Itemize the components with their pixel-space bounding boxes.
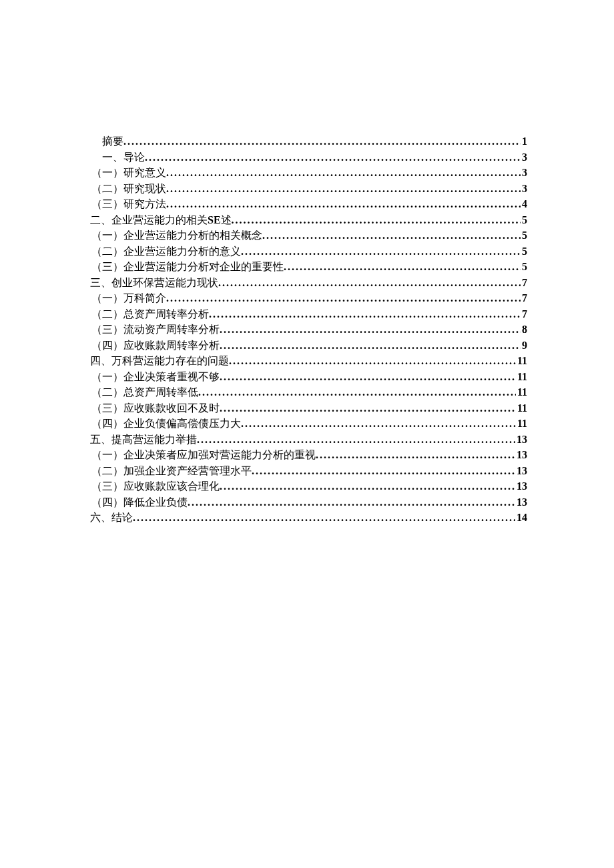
- toc-entry-page: 7: [521, 290, 527, 306]
- toc-entry-page: 13: [515, 447, 527, 463]
- toc-entry-title: （三）企业营运能力分析对企业的重要性: [90, 259, 284, 275]
- toc-entry-page: 11: [516, 353, 527, 369]
- toc-entry: 一、导论3: [90, 149, 527, 165]
- toc-entry-page: 14: [515, 510, 527, 526]
- toc-entry: （二）总资产周转率分析7: [90, 306, 527, 322]
- toc-leader-dots: [220, 322, 521, 338]
- toc-entry: （三）企业营运能力分析对企业的重要性5: [90, 259, 527, 275]
- toc-entry: （三）应收账款应该合理化13: [90, 478, 527, 494]
- toc-entry-title: （一）研究意义: [90, 165, 166, 181]
- toc-leader-dots: [197, 432, 515, 448]
- toc-entry: （三）应收账款收回不及时11: [90, 400, 527, 416]
- toc-leader-dots: [218, 275, 521, 291]
- toc-entry-page: 13: [515, 463, 527, 479]
- toc-entry-title: （二）总资产周转率低: [90, 384, 198, 400]
- toc-entry-page: 11: [516, 400, 527, 416]
- toc-entry-title: （一）企业决策者重视不够: [90, 369, 220, 385]
- toc-entry: （一）研究意义3: [90, 165, 527, 181]
- toc-leader-dots: [145, 149, 521, 165]
- toc-entry-title-suffix: 述: [221, 212, 232, 228]
- toc-entry-title: （一）万科简介: [90, 290, 166, 306]
- toc-entry-title: （三）应收账款收回不及时: [90, 400, 220, 416]
- toc-leader-dots: [220, 369, 516, 385]
- toc-entry: 六、结论14: [90, 510, 527, 526]
- toc-leader-dots: [166, 290, 521, 306]
- toc-leader-dots: [123, 133, 521, 149]
- toc-entry-page: 7: [521, 275, 527, 291]
- toc-entry-title: （三）流动资产周转率分析: [90, 322, 220, 338]
- toc-leader-dots: [316, 447, 515, 463]
- toc-entry-title: 三、创业环保营运能力现状: [90, 275, 218, 291]
- toc-entry-page: 3: [521, 181, 527, 197]
- toc-entry: （四）应收账款周转率分析9: [90, 338, 527, 354]
- toc-entry-title: （一）企业营运能力分析的相关概念: [90, 228, 262, 244]
- toc-entry-page: 8: [521, 322, 527, 338]
- toc-entry: （二）加强企业资产经营管理水平13: [90, 463, 527, 479]
- toc-entry-page: 11: [516, 384, 527, 400]
- toc-entry-title: （四）企业负债偏高偿债压力大: [90, 416, 241, 432]
- toc-entry-page: 7: [521, 306, 527, 322]
- toc-entry-title: 四、万科营运能力存在的问题: [90, 353, 229, 369]
- toc-leader-dots: [241, 416, 516, 432]
- toc-entry: （三）流动资产周转率分析8: [90, 322, 527, 338]
- toc-entry-page: 11: [516, 369, 527, 385]
- toc-entry-title: 五、提高营运能力举措: [90, 432, 197, 448]
- toc-entry: （二）研究现状3: [90, 181, 527, 197]
- toc-entry-title: （二）研究现状: [90, 181, 166, 197]
- toc-leader-dots: [262, 228, 521, 244]
- toc-entry-page: 1: [521, 133, 527, 149]
- toc-entry: 四、万科营运能力存在的问题11: [90, 353, 527, 369]
- toc-entry-title: （四）应收账款周转率分析: [90, 338, 220, 354]
- toc-entry-page: 5: [521, 259, 527, 275]
- toc-entry-page: 11: [516, 416, 527, 432]
- toc-entry-page: 5: [521, 212, 527, 228]
- toc-entry-page: 13: [515, 478, 527, 494]
- toc-leader-dots: [198, 384, 516, 400]
- toc-entry-page: 3: [521, 149, 527, 165]
- toc-entry-title: （二）企业营运能力分析的意义: [90, 244, 241, 260]
- toc-entry-page: 13: [515, 494, 527, 510]
- toc-entry: 三、创业环保营运能力现状7: [90, 275, 527, 291]
- toc-entry: （四）企业负债偏高偿债压力大11: [90, 416, 527, 432]
- toc-entry-title: 一、导论: [90, 149, 145, 165]
- toc-leader-dots: [166, 196, 521, 212]
- toc-entry-page: 3: [521, 165, 527, 181]
- toc-leader-dots: [209, 306, 521, 322]
- toc-leader-dots: [220, 338, 521, 354]
- toc-leader-dots: [133, 510, 515, 526]
- toc-entry: 五、提高营运能力举措13: [90, 432, 527, 448]
- toc-entry-page: 5: [521, 228, 527, 244]
- toc-entry-title: （二）总资产周转率分析: [90, 306, 209, 322]
- toc-entry: （一）万科简介7: [90, 290, 527, 306]
- toc-entry: （四）降低企业负债13: [90, 494, 527, 510]
- toc-leader-dots: [241, 244, 521, 260]
- toc-se-label: SE: [208, 212, 221, 228]
- toc-list: 摘要1一、导论3（一）研究意义3（二）研究现状3（三）研究方法4二、企业营运能力…: [90, 133, 527, 526]
- toc-entry: （二）总资产周转率低11: [90, 384, 527, 400]
- toc-leader-dots: [220, 478, 515, 494]
- toc-leader-dots: [252, 463, 515, 479]
- toc-entry-title: （二）加强企业资产经营管理水平: [90, 463, 252, 479]
- toc-entry: 二、企业营运能力的相关 SE 述5: [90, 212, 527, 228]
- toc-leader-dots: [232, 212, 521, 228]
- toc-leader-dots: [284, 259, 521, 275]
- toc-entry-page: 13: [515, 432, 527, 448]
- toc-entry: 摘要1: [90, 133, 527, 149]
- toc-entry-page: 4: [521, 196, 527, 212]
- toc-entry: （一）企业决策者重视不够11: [90, 369, 527, 385]
- toc-entry-title: 六、结论: [90, 510, 133, 526]
- toc-entry-title: （四）降低企业负债: [90, 494, 188, 510]
- toc-entry: （一）企业决策者应加强对营运能力分析的重视13: [90, 447, 527, 463]
- toc-entry-title: （三）应收账款应该合理化: [90, 478, 220, 494]
- toc-entry: （二）企业营运能力分析的意义5: [90, 244, 527, 260]
- toc-entry: （一）企业营运能力分析的相关概念5: [90, 228, 527, 244]
- toc-leader-dots: [220, 400, 516, 416]
- toc-entry-page: 5: [521, 244, 527, 260]
- toc-entry-title: 摘要: [90, 133, 123, 149]
- toc-leader-dots: [188, 494, 515, 510]
- toc-leader-dots: [229, 353, 516, 369]
- toc-entry-title: 二、企业营运能力的相关: [90, 212, 208, 228]
- toc-page: 摘要1一、导论3（一）研究意义3（二）研究现状3（三）研究方法4二、企业营运能力…: [0, 0, 614, 526]
- toc-leader-dots: [166, 165, 521, 181]
- toc-entry-title: （一）企业决策者应加强对营运能力分析的重视: [90, 447, 316, 463]
